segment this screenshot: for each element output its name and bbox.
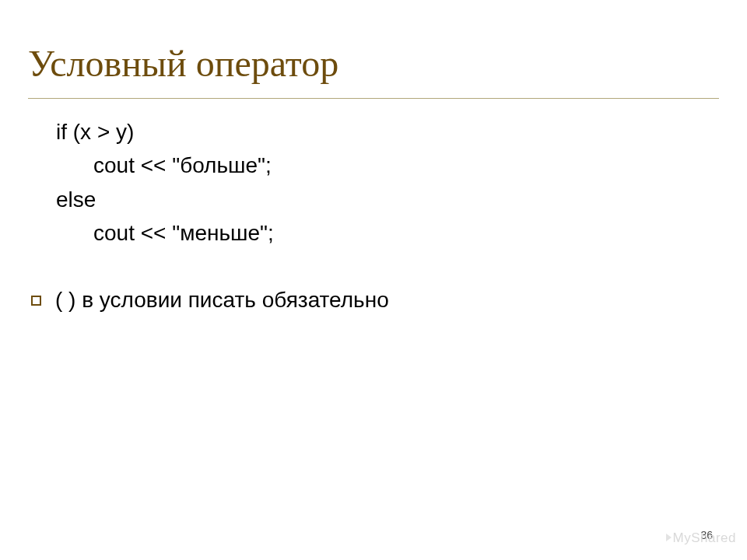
page-number: 36 <box>700 529 713 541</box>
code-line-1: if (x > y) <box>31 115 716 149</box>
slide-title: Условный оператор <box>28 42 338 85</box>
code-line-4: cout << "меньше"; <box>31 216 716 250</box>
code-line-3: else <box>31 183 716 216</box>
slide-body: if (x > y) cout << "больше"; else cout <… <box>31 115 716 315</box>
note-row: ( ) в условии писать обязательно <box>31 285 716 315</box>
code-line-2: cout << "больше"; <box>31 149 716 182</box>
slide: Условный оператор if (x > y) cout << "бо… <box>0 0 747 560</box>
play-icon <box>666 534 672 541</box>
note-text: ( ) в условии писать обязательно <box>55 285 389 315</box>
bullet-square-icon <box>31 296 41 306</box>
title-underline <box>28 98 719 99</box>
